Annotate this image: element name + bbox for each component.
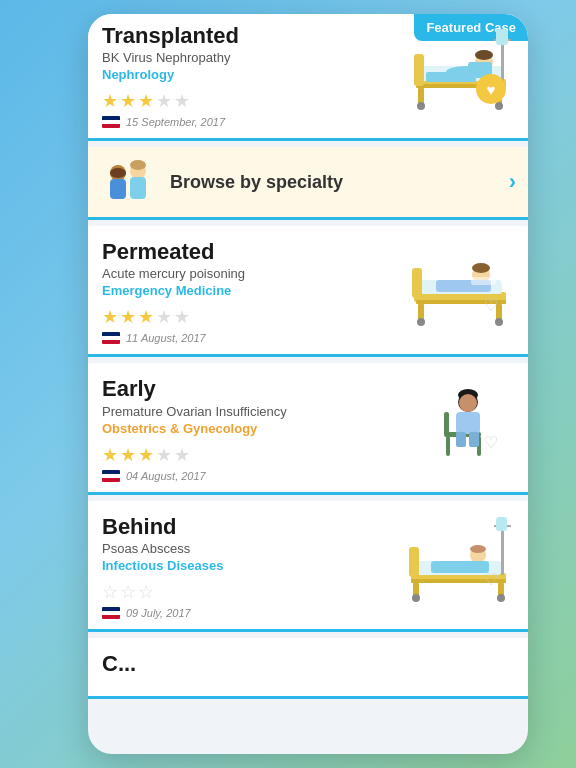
svg-rect-34 bbox=[471, 277, 496, 285]
permeated-content: Permeated Acute mercury poisoning Emerge… bbox=[102, 240, 406, 344]
star-2: ☆ bbox=[120, 581, 136, 603]
early-title: Early bbox=[102, 377, 406, 401]
device-frame: Featured Case Transplanted BK Virus Neph… bbox=[88, 14, 528, 754]
permeated-subtitle: Acute mercury poisoning bbox=[102, 266, 406, 281]
permeated-stars: ★ ★ ★ ★ ★ bbox=[102, 306, 406, 328]
browse-specialty-banner[interactable]: Browse by specialty › bbox=[88, 147, 528, 220]
behind-heart-button[interactable]: ♡ bbox=[476, 565, 506, 595]
permeated-image: ♡ bbox=[406, 240, 516, 330]
featured-date: 15 September, 2017 bbox=[126, 116, 225, 128]
flag-icon bbox=[102, 332, 120, 344]
star-1: ☆ bbox=[102, 581, 118, 603]
star-5: ★ bbox=[174, 444, 190, 466]
svg-rect-15 bbox=[496, 29, 508, 45]
star-4: ★ bbox=[156, 90, 172, 112]
star-3: ★ bbox=[138, 444, 154, 466]
star-1: ★ bbox=[102, 444, 118, 466]
early-image: ♡ bbox=[406, 377, 516, 467]
star-4: ★ bbox=[156, 306, 172, 328]
permeated-date-row: 11 August, 2017 bbox=[102, 332, 406, 344]
flag-icon bbox=[102, 607, 120, 619]
behind-subtitle: Psoas Abscess bbox=[102, 541, 406, 556]
svg-point-54 bbox=[470, 545, 486, 553]
featured-heart-button[interactable]: ♥ bbox=[476, 74, 506, 104]
svg-point-41 bbox=[459, 394, 477, 412]
featured-stars: ★ ★ ★ ★ ★ bbox=[102, 90, 406, 112]
behind-stars: ☆ ☆ ☆ bbox=[102, 581, 406, 603]
permeated-specialty: Emergency Medicine bbox=[102, 283, 406, 298]
scroll-area[interactable]: Featured Case Transplanted BK Virus Neph… bbox=[88, 14, 528, 754]
behind-date: 09 July, 2017 bbox=[126, 607, 191, 619]
partial-title: C... bbox=[102, 652, 516, 676]
featured-image: ♥ bbox=[406, 24, 516, 114]
svg-rect-7 bbox=[414, 54, 424, 86]
early-date-row: 04 August, 2017 bbox=[102, 470, 406, 482]
early-content: Early Premature Ovarian Insufficiency Ob… bbox=[102, 377, 406, 481]
svg-point-32 bbox=[472, 263, 490, 273]
browse-label: Browse by specialty bbox=[170, 172, 509, 193]
browse-chars-svg bbox=[100, 157, 160, 207]
star-2: ★ bbox=[120, 444, 136, 466]
flag-icon bbox=[102, 470, 120, 482]
early-stars: ★ ★ ★ ★ ★ bbox=[102, 444, 406, 466]
svg-point-10 bbox=[475, 50, 493, 60]
featured-date-row: 15 September, 2017 bbox=[102, 116, 406, 128]
behind-date-row: 09 July, 2017 bbox=[102, 607, 406, 619]
svg-point-49 bbox=[412, 594, 420, 602]
featured-card[interactable]: Featured Case Transplanted BK Virus Neph… bbox=[88, 14, 528, 141]
permeated-title: Permeated bbox=[102, 240, 406, 264]
svg-point-18 bbox=[110, 168, 126, 178]
svg-rect-37 bbox=[446, 436, 450, 456]
featured-title: Transplanted bbox=[102, 24, 406, 48]
star-2: ★ bbox=[120, 90, 136, 112]
svg-rect-43 bbox=[456, 432, 466, 447]
star-3: ★ bbox=[138, 90, 154, 112]
svg-rect-19 bbox=[110, 179, 126, 199]
svg-rect-12 bbox=[426, 72, 476, 82]
flag-icon bbox=[102, 116, 120, 128]
svg-point-21 bbox=[130, 160, 146, 170]
featured-card-content: Transplanted BK Virus Nephropathy Nephro… bbox=[102, 24, 406, 128]
star-1: ★ bbox=[102, 90, 118, 112]
featured-subtitle: BK Virus Nephropathy bbox=[102, 50, 406, 65]
svg-point-50 bbox=[497, 594, 505, 602]
permeated-date: 11 August, 2017 bbox=[126, 332, 206, 344]
early-subtitle: Premature Ovarian Insufficiency bbox=[102, 404, 406, 419]
early-specialty: Obstetrics & Gynecology bbox=[102, 421, 406, 436]
card-early[interactable]: Early Premature Ovarian Insufficiency Ob… bbox=[88, 363, 528, 494]
svg-point-5 bbox=[495, 102, 503, 110]
svg-rect-52 bbox=[409, 547, 419, 577]
partial-content: C... bbox=[102, 652, 516, 676]
permeated-heart-button[interactable]: ♡ bbox=[476, 290, 506, 320]
behind-content: Behind Psoas Abscess Infectious Diseases… bbox=[102, 515, 406, 619]
svg-point-27 bbox=[417, 318, 425, 326]
star-3: ★ bbox=[138, 306, 154, 328]
behind-title: Behind bbox=[102, 515, 406, 539]
svg-rect-22 bbox=[130, 177, 146, 199]
svg-rect-30 bbox=[412, 268, 422, 298]
behind-image: ♡ bbox=[406, 515, 516, 605]
card-partial[interactable]: C... bbox=[88, 638, 528, 699]
star-3: ☆ bbox=[138, 581, 154, 603]
browse-arrow-icon[interactable]: › bbox=[509, 169, 516, 195]
card-permeated[interactable]: Permeated Acute mercury poisoning Emerge… bbox=[88, 226, 528, 357]
browse-characters bbox=[100, 157, 160, 207]
star-5: ★ bbox=[174, 90, 190, 112]
svg-point-28 bbox=[495, 318, 503, 326]
star-5: ★ bbox=[174, 306, 190, 328]
star-2: ★ bbox=[120, 306, 136, 328]
svg-rect-42 bbox=[456, 412, 480, 434]
featured-specialty: Nephrology bbox=[102, 67, 406, 82]
star-4: ★ bbox=[156, 444, 172, 466]
card-behind[interactable]: Behind Psoas Abscess Infectious Diseases… bbox=[88, 501, 528, 632]
star-1: ★ bbox=[102, 306, 118, 328]
svg-rect-58 bbox=[496, 517, 507, 531]
svg-point-4 bbox=[417, 102, 425, 110]
svg-rect-36 bbox=[444, 412, 449, 437]
early-date: 04 August, 2017 bbox=[126, 470, 206, 482]
behind-specialty: Infectious Diseases bbox=[102, 558, 406, 573]
